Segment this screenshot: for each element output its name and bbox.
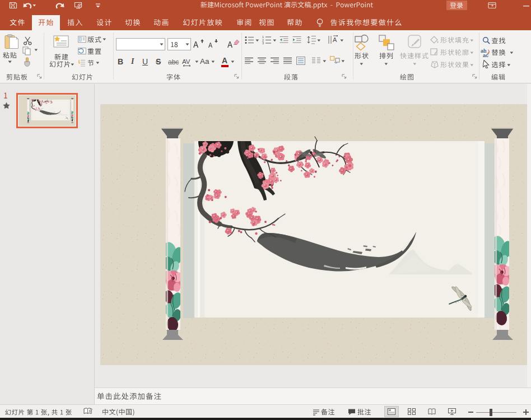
svg-text:3: 3: [262, 41, 264, 44]
svg-text:AV: AV: [182, 58, 190, 65]
svg-text:A: A: [333, 36, 337, 43]
svg-text:ac: ac: [483, 53, 488, 58]
